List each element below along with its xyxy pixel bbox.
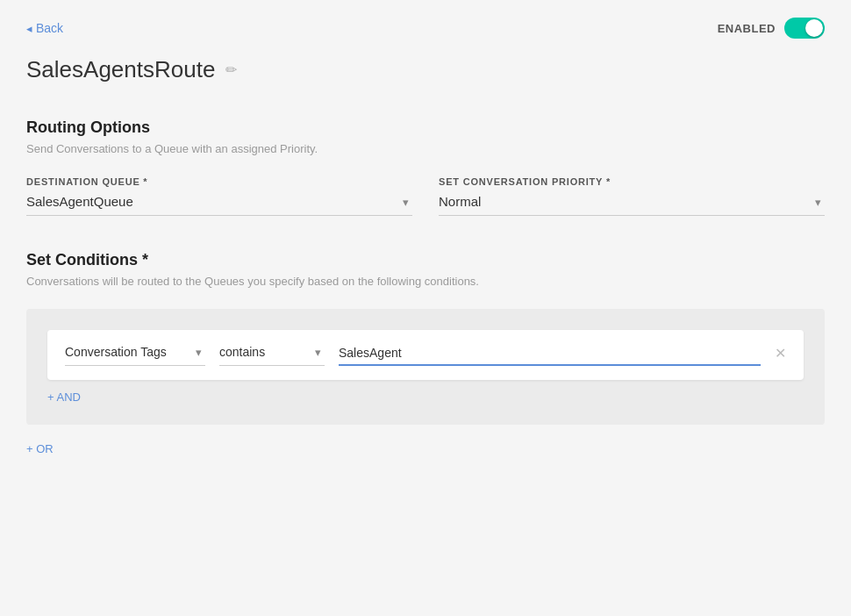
add-and-button[interactable]: + AND [47, 390, 804, 404]
priority-arrow-icon: ▾ [815, 196, 821, 209]
back-label: Back [36, 21, 63, 35]
back-link[interactable]: ◂ Back [26, 21, 63, 35]
destination-queue-arrow-icon: ▾ [403, 196, 409, 209]
routing-options-section: Routing Options Send Conversations to a … [26, 118, 825, 216]
page-title-section: SalesAgentsRoute ✏ [26, 56, 825, 83]
condition-operator-value: contains [219, 345, 286, 359]
add-or-button[interactable]: + OR [26, 442, 825, 455]
condition-type-field: Conversation Tags ▾ [65, 344, 205, 366]
edit-icon[interactable]: ✏ [225, 61, 237, 78]
priority-field: SET CONVERSATION PRIORITY * Normal ▾ [439, 176, 825, 216]
priority-value: Normal [439, 194, 502, 209]
set-conditions-section: Set Conditions * Conversations will be r… [26, 251, 825, 455]
set-conditions-title: Set Conditions * [26, 251, 825, 269]
condition-operator-arrow-icon: ▾ [315, 346, 321, 359]
set-conditions-subtitle: Conversations will be routed to the Queu… [26, 275, 825, 288]
remove-condition-button[interactable]: ✕ [775, 347, 786, 361]
condition-operator-field: contains ▾ [219, 344, 325, 366]
priority-select[interactable]: Normal ▾ [439, 194, 825, 216]
destination-queue-field: DESTINATION QUEUE * SalesAgentQueue ▾ [26, 176, 412, 216]
routing-options-subtitle: Send Conversations to a Queue with an as… [26, 142, 825, 155]
condition-type-arrow-icon: ▾ [196, 346, 202, 359]
enabled-toggle[interactable] [784, 18, 825, 39]
page-title: SalesAgentsRoute [26, 56, 215, 83]
condition-row: Conversation Tags ▾ contains ▾ SalesAgen… [47, 330, 804, 380]
condition-value-input[interactable]: SalesAgent [339, 345, 761, 366]
routing-options-title: Routing Options [26, 118, 825, 137]
toggle-thumb [805, 19, 823, 37]
back-arrow-icon: ◂ [26, 22, 32, 35]
destination-queue-value: SalesAgentQueue [26, 194, 154, 209]
toggle-track [784, 18, 825, 39]
routing-form-row: DESTINATION QUEUE * SalesAgentQueue ▾ SE… [26, 176, 825, 216]
destination-queue-label: DESTINATION QUEUE * [26, 176, 412, 187]
conditions-box: Conversation Tags ▾ contains ▾ SalesAgen… [26, 309, 825, 425]
condition-value-field: SalesAgent [339, 345, 761, 366]
enabled-label: ENABLED [718, 22, 776, 35]
priority-label: SET CONVERSATION PRIORITY * [439, 176, 825, 187]
condition-type-select[interactable]: Conversation Tags ▾ [65, 344, 205, 366]
condition-operator-select[interactable]: contains ▾ [219, 344, 325, 366]
condition-type-value: Conversation Tags [65, 345, 188, 359]
page-header: ◂ Back ENABLED [26, 18, 825, 39]
destination-queue-select[interactable]: SalesAgentQueue ▾ [26, 194, 412, 216]
condition-value-text: SalesAgent [339, 346, 402, 360]
enabled-section: ENABLED [718, 18, 825, 39]
